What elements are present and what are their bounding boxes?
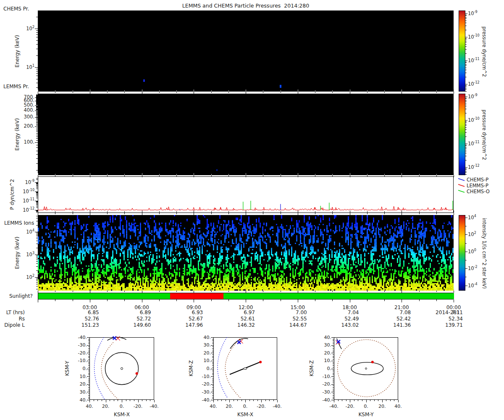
p2-y-minor-tick bbox=[36, 124, 38, 125]
p2-y-minor-tick bbox=[36, 103, 38, 104]
orbit-x-tick bbox=[221, 400, 222, 401]
hour-tick bbox=[454, 92, 454, 94]
p2-y-minor-tick bbox=[36, 140, 38, 141]
p4-ytick: 103 bbox=[15, 251, 34, 257]
hour-tick bbox=[38, 92, 38, 94]
orbit-x-tick bbox=[245, 400, 246, 402]
cb2-minor-tick bbox=[465, 153, 467, 153]
cb2-tick-label: 10-12 bbox=[468, 164, 486, 170]
hour-tick bbox=[454, 213, 454, 215]
orbit-x-tick bbox=[350, 400, 350, 402]
orbit-x-tick bbox=[362, 400, 362, 401]
orbit-y-tick-label: 30. bbox=[196, 342, 211, 348]
pressure-colorbar-1-title: pressure dyne/cm^2 bbox=[481, 20, 487, 83]
orbit-plot-svg bbox=[334, 337, 398, 400]
lemms-p-spike bbox=[331, 207, 333, 210]
p2-y-minor-tick bbox=[36, 123, 38, 123]
orbit-y-tick-label: 30. bbox=[316, 342, 331, 348]
p2-y-minor-tick bbox=[36, 125, 38, 126]
orbit-x-tick bbox=[213, 400, 214, 402]
cb2-tick bbox=[465, 120, 467, 121]
cb2-minor-tick bbox=[465, 146, 467, 146]
p4-y-minor-tick bbox=[36, 248, 38, 248]
orbit-x-tick-label: -40. bbox=[147, 404, 162, 409]
bow-shock bbox=[94, 337, 105, 400]
p2-y-minor-tick bbox=[36, 154, 38, 155]
spacecraft bbox=[259, 361, 262, 363]
legend-line-sample bbox=[458, 178, 465, 182]
hour-tick bbox=[73, 92, 73, 93]
p2-y-minor-tick bbox=[36, 113, 38, 114]
cb1-tick bbox=[465, 37, 467, 37]
cb4-minor-tick bbox=[465, 226, 467, 226]
p2-y-minor-tick bbox=[36, 128, 38, 128]
cb2-minor-tick bbox=[465, 122, 467, 123]
cb4-tick-label: 10-2 bbox=[468, 265, 486, 271]
p2-y-minor-tick bbox=[36, 101, 38, 101]
sunlight-segment-sunlit bbox=[223, 293, 454, 299]
legend-item: CHEMS-P bbox=[458, 177, 502, 182]
p4-y-minor-tick bbox=[36, 255, 38, 256]
y-major-tick bbox=[35, 277, 38, 278]
cb4-tick bbox=[465, 286, 467, 286]
lemms-p-series bbox=[38, 207, 453, 210]
lemms-p-spike bbox=[92, 208, 94, 210]
ephemeris-value: 52.72 bbox=[118, 316, 151, 322]
pressure-colorbar-2-title: pressure dyne/cm^2 bbox=[481, 103, 487, 166]
ephemeris-value: 144.67 bbox=[273, 322, 307, 328]
hour-tick bbox=[194, 291, 194, 293]
p2-y-minor-tick bbox=[36, 100, 38, 101]
p1-y-minor-tick bbox=[36, 34, 38, 35]
orbit-x-tick-label: -40. bbox=[326, 404, 341, 409]
p4-y-minor-tick bbox=[36, 263, 38, 264]
p2-y-minor-tick bbox=[36, 101, 38, 102]
lemms-p-spike bbox=[233, 208, 234, 210]
ephemeris-value: 52.49 bbox=[326, 316, 359, 322]
cb2-tick-label: 10-9 bbox=[468, 93, 486, 100]
panel-chems-label: CHEMS Pr. bbox=[3, 6, 29, 12]
hour-tick bbox=[402, 213, 402, 215]
hour-tick bbox=[332, 92, 333, 93]
hour-tick bbox=[454, 175, 454, 177]
orbit-x-tick-label: -20. bbox=[131, 404, 146, 409]
orbit-x-tick bbox=[374, 400, 375, 401]
cb4-tick-label: 100 bbox=[468, 248, 486, 255]
hour-tick bbox=[384, 299, 385, 301]
sunlight-segment-shadow bbox=[170, 293, 224, 299]
cb1-minor-tick bbox=[465, 18, 467, 19]
cb2-minor-tick bbox=[465, 132, 467, 133]
p2-y-minor-tick bbox=[36, 119, 38, 120]
ephemeris-value: 52.61 bbox=[221, 316, 255, 322]
p1-ytick-10: 101 bbox=[15, 64, 34, 70]
orbit-x-tick bbox=[338, 400, 339, 401]
cb2-tick-label: 10-11 bbox=[468, 140, 486, 147]
hour-tick bbox=[402, 299, 402, 302]
legend-line-sample bbox=[458, 184, 465, 188]
y-major-tick bbox=[35, 126, 38, 127]
p2-y-minor-tick bbox=[36, 122, 38, 123]
orbit-x-tick-label: 20. bbox=[375, 404, 390, 409]
hour-tick bbox=[454, 299, 454, 302]
cb2-minor-tick bbox=[465, 129, 467, 130]
hour-tick bbox=[298, 291, 298, 293]
p1-data-speck bbox=[143, 79, 145, 82]
lemms-p-spike bbox=[226, 207, 228, 210]
p4-y-minor-tick bbox=[36, 218, 38, 218]
lemms-p-spike bbox=[82, 208, 84, 210]
hour-tick bbox=[107, 92, 108, 93]
p2-ytick: 300. bbox=[15, 114, 34, 120]
hour-tick bbox=[211, 213, 212, 214]
orbit-x-tick bbox=[346, 400, 346, 401]
p2-y-minor-tick bbox=[36, 145, 38, 145]
cb2-minor-tick bbox=[465, 121, 467, 122]
orbit-y-tick-label: -30. bbox=[72, 342, 87, 348]
cb4-minor-tick bbox=[465, 277, 467, 277]
hour-tick bbox=[90, 92, 90, 94]
p4-y-minor-tick bbox=[36, 260, 38, 260]
orbit-x-tick bbox=[269, 400, 270, 401]
cb2-minor-tick bbox=[465, 136, 467, 137]
p2-ytick: 400. bbox=[15, 107, 34, 113]
hour-tick bbox=[315, 92, 315, 93]
p4-y-minor-tick bbox=[36, 281, 38, 281]
p2-y-minor-tick bbox=[36, 102, 38, 103]
